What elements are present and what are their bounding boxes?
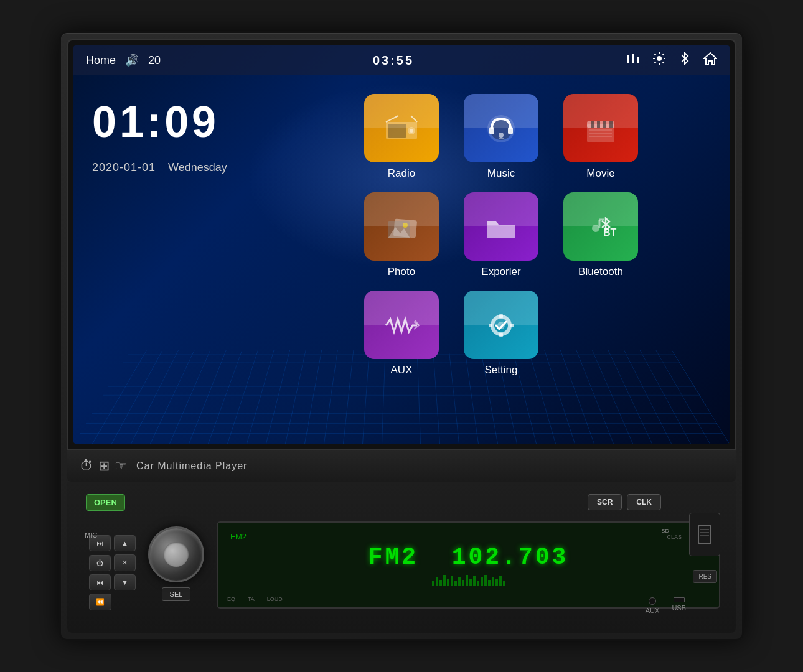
app-explorer[interactable]: Exporler xyxy=(458,192,545,278)
aux-label: AUX xyxy=(391,364,413,376)
clock-time: 01:09 xyxy=(92,100,291,144)
svg-rect-30 xyxy=(591,121,594,128)
svg-marker-15 xyxy=(704,53,716,65)
clk-button[interactable]: CLK xyxy=(627,494,661,510)
svg-rect-33 xyxy=(609,121,613,128)
ta-label: TA xyxy=(248,596,255,602)
movie-icon xyxy=(563,94,638,162)
card-slot xyxy=(689,513,720,556)
svg-rect-49 xyxy=(499,314,503,318)
mute-btn[interactable]: ✕ xyxy=(114,554,136,571)
scr-clk-buttons: SCR CLK xyxy=(588,494,661,510)
svg-line-21 xyxy=(411,116,417,122)
svg-point-6 xyxy=(657,56,662,61)
svg-line-14 xyxy=(662,54,664,55)
svg-rect-52 xyxy=(510,324,514,327)
status-bar: Home 🔊 20 03:55 xyxy=(73,45,730,75)
app-setting[interactable]: Setting xyxy=(458,291,545,376)
app-music[interactable]: Music xyxy=(458,94,545,180)
setting-label: Setting xyxy=(485,364,518,376)
explorer-icon xyxy=(464,192,538,261)
panel-icons: ⏱ ⊞ ☞ xyxy=(80,458,127,474)
sel-button[interactable]: SEL xyxy=(162,587,191,601)
screen-content: 01:09 2020-01-01 Wednesday xyxy=(73,75,730,442)
scr-button[interactable]: SCR xyxy=(588,494,622,510)
fm-frequency: FM2 102.703 xyxy=(369,544,569,571)
aux-port: AUX xyxy=(646,597,660,614)
app-aux[interactable]: AUX xyxy=(358,291,445,376)
svg-point-41 xyxy=(403,223,408,228)
power-btn[interactable]: ⏻ xyxy=(89,555,111,571)
svg-point-26 xyxy=(499,133,504,138)
fm-display-area: FM2 SD CLAS FM2 102.703 xyxy=(217,521,720,609)
grid-icon: ⊞ xyxy=(98,458,110,474)
bottom-panel: ⏱ ⊞ ☞ Car Multimedia Player xyxy=(67,450,736,482)
skip-back-btn[interactable]: ⏮ xyxy=(89,574,111,590)
volume-level: 20 xyxy=(148,54,161,67)
usb-port: USB xyxy=(672,597,686,614)
home-label: Home xyxy=(86,54,116,67)
svg-rect-51 xyxy=(489,324,492,327)
svg-rect-31 xyxy=(597,121,600,128)
svg-point-42 xyxy=(592,225,599,232)
svg-rect-29 xyxy=(587,121,614,128)
clock-day: Wednesday xyxy=(168,161,227,174)
car-stereo-device: Home 🔊 20 03:55 xyxy=(59,31,744,641)
mic-label: MIC xyxy=(85,531,97,539)
clock-display-small: 03:55 xyxy=(373,54,414,68)
controls-panel: OPEN MIC ⏭ ▲ ⏻ ✕ ⏮ ▼ ⏪ xyxy=(67,482,736,633)
svg-rect-24 xyxy=(489,127,494,134)
svg-rect-53 xyxy=(698,525,711,544)
ctrl-row-4: ⏪ xyxy=(89,594,136,610)
loud-label: LOUD xyxy=(267,596,283,602)
ctrl-row-2: ⏻ ✕ xyxy=(89,554,136,571)
vol-down-btn[interactable]: ▼ xyxy=(114,574,136,590)
svg-rect-25 xyxy=(508,127,513,134)
status-right xyxy=(626,52,717,69)
svg-point-19 xyxy=(410,129,413,133)
screen-bezel: Home 🔊 20 03:55 xyxy=(67,39,736,450)
home-icon[interactable] xyxy=(703,52,717,69)
open-button[interactable]: OPEN xyxy=(86,494,125,511)
clock-section: 01:09 2020-01-01 Wednesday xyxy=(92,88,291,430)
knob-area: SEL xyxy=(148,526,204,601)
left-controls: ⏭ ▲ ⏻ ✕ ⏮ ▼ ⏪ xyxy=(89,535,136,610)
explorer-label: Exporler xyxy=(481,266,520,278)
fm-bars xyxy=(432,574,505,586)
apps-grid: Radio xyxy=(291,88,711,430)
svg-line-13 xyxy=(654,62,655,63)
radio-label: Radio xyxy=(388,167,415,180)
eq-label: EQ xyxy=(227,596,235,602)
app-bluetooth[interactable]: BT Bluetooth xyxy=(557,192,644,278)
equalizer-icon[interactable] xyxy=(626,52,640,68)
clas-label: CLAS xyxy=(667,534,682,540)
device-title: Car Multimedia Player xyxy=(136,460,247,472)
svg-rect-27 xyxy=(499,138,504,139)
photo-label: Photo xyxy=(388,266,415,278)
date-row: 2020-01-01 Wednesday xyxy=(92,161,291,174)
app-photo[interactable]: Photo xyxy=(358,192,445,278)
music-icon xyxy=(464,94,538,162)
bottom-labels: EQ TA LOUD xyxy=(227,596,283,602)
ctrl-row-3: ⏮ ▼ xyxy=(89,574,136,590)
app-radio[interactable]: Radio xyxy=(358,94,445,180)
svg-line-46 xyxy=(415,320,419,325)
photo-icon xyxy=(364,192,439,261)
bluetooth-icon[interactable] xyxy=(679,52,691,69)
res-button[interactable]: RES xyxy=(693,570,717,583)
rotary-knob[interactable] xyxy=(148,526,204,582)
main-screen[interactable]: Home 🔊 20 03:55 xyxy=(73,45,730,444)
knob-inner xyxy=(164,542,189,567)
aux-usb-labels: AUX USB xyxy=(646,597,686,614)
app-movie[interactable]: Movie xyxy=(557,94,644,180)
svg-line-11 xyxy=(654,54,655,55)
fm-display: FM2 SD CLAS FM2 102.703 xyxy=(218,523,719,607)
brightness-icon[interactable] xyxy=(652,52,666,69)
svg-rect-17 xyxy=(388,124,406,138)
timer-icon: ⏱ xyxy=(80,458,93,474)
sd-label: SD xyxy=(661,528,669,534)
prev-btn[interactable]: ⏪ xyxy=(89,594,111,610)
vol-up-btn[interactable]: ▲ xyxy=(114,535,136,551)
bluetooth-app-icon: BT xyxy=(563,192,638,261)
radio-icon xyxy=(364,94,439,162)
